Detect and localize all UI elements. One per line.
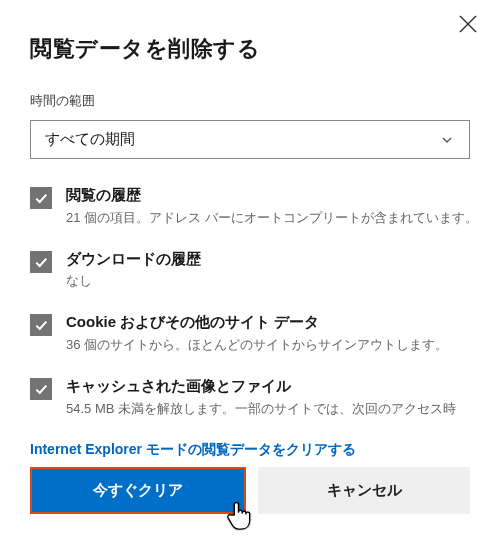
time-range-select[interactable]: すべての期間 — [30, 120, 470, 159]
clear-browsing-data-dialog: 閲覧データを削除する 時間の範囲 すべての期間 閲覧の履歴 21 個の項目。アド… — [0, 0, 500, 514]
dialog-buttons: 今すぐクリア キャンセル — [30, 467, 470, 514]
time-range-value: すべての期間 — [45, 130, 135, 149]
checkbox-cookies[interactable] — [30, 314, 52, 336]
checkbox-browsing-history[interactable] — [30, 187, 52, 209]
time-range-label: 時間の範囲 — [30, 92, 470, 110]
checkbox-download-history[interactable] — [30, 251, 52, 273]
option-desc: 54.5 MB 未満を解放します。一部のサイトでは、次回のアクセス時 — [66, 400, 470, 418]
option-desc: なし — [66, 272, 470, 290]
option-title: Cookie およびその他のサイト データ — [66, 312, 470, 332]
option-cookies: Cookie およびその他のサイト データ 36 個のサイトから。ほとんどのサイ… — [30, 312, 470, 354]
option-title: キャッシュされた画像とファイル — [66, 376, 470, 396]
option-cache: キャッシュされた画像とファイル 54.5 MB 未満を解放します。一部のサイトで… — [30, 376, 470, 418]
dialog-title: 閲覧データを削除する — [30, 34, 470, 64]
chevron-down-icon — [439, 132, 455, 148]
option-title: ダウンロードの履歴 — [66, 249, 470, 269]
option-download-history: ダウンロードの履歴 なし — [30, 249, 470, 291]
option-desc: 21 個の項目。アドレス バーにオートコンプリートが含まれています。 — [66, 209, 470, 227]
option-browsing-history: 閲覧の履歴 21 個の項目。アドレス バーにオートコンプリートが含まれています。 — [30, 185, 470, 227]
ie-mode-clear-link[interactable]: Internet Explorer モードの閲覧データをクリアする — [30, 441, 356, 457]
cancel-button[interactable]: キャンセル — [258, 467, 470, 514]
checkbox-cache[interactable] — [30, 378, 52, 400]
option-desc: 36 個のサイトから。ほとんどのサイトからサインアウトします。 — [66, 336, 470, 354]
close-icon[interactable] — [456, 12, 480, 36]
clear-now-button[interactable]: 今すぐクリア — [30, 467, 246, 514]
options-list: 閲覧の履歴 21 個の項目。アドレス バーにオートコンプリートが含まれています。… — [30, 185, 470, 418]
option-title: 閲覧の履歴 — [66, 185, 470, 205]
